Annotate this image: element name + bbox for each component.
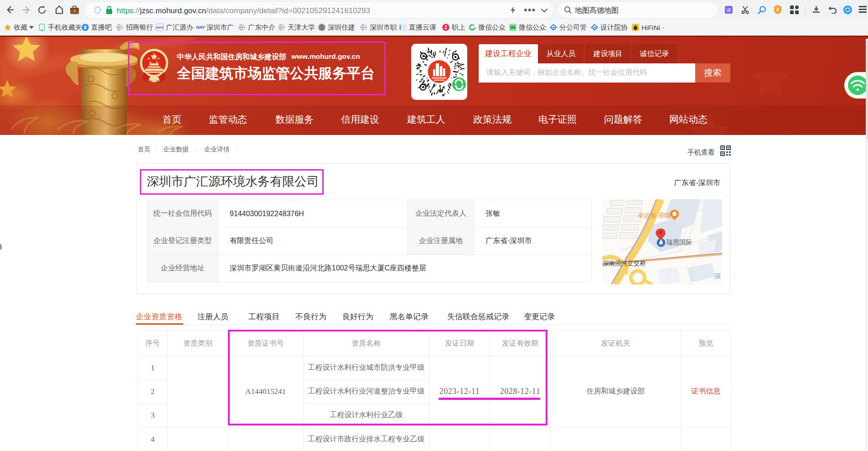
- svg-text:Z: Z: [444, 25, 448, 30]
- svg-text:瑞思国际: 瑞思国际: [666, 238, 692, 246]
- svg-text:深: 深: [714, 272, 721, 280]
- svg-text:¥: ¥: [776, 7, 779, 12]
- svg-text:幸运角·茶咖: 幸运角·茶咖: [638, 212, 671, 219]
- svg-text:译: 译: [726, 8, 731, 13]
- svg-text:深南沿河立交桥: 深南沿河立交桥: [603, 260, 646, 267]
- svg-text:96: 96: [510, 25, 516, 30]
- svg-text:8: 8: [84, 25, 87, 30]
